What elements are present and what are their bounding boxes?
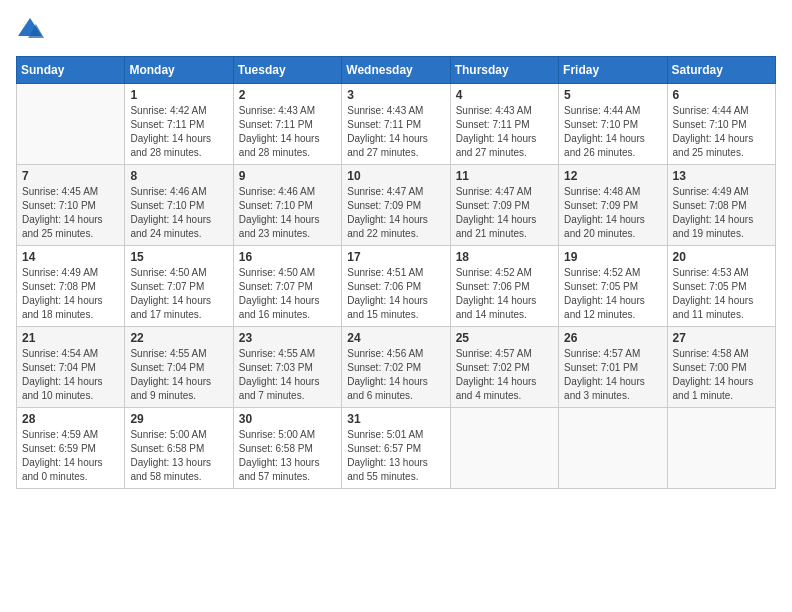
day-info: Sunrise: 4:57 AMSunset: 7:02 PMDaylight:… xyxy=(456,347,553,403)
calendar-cell xyxy=(17,84,125,165)
day-number: 28 xyxy=(22,412,119,426)
day-info: Sunrise: 4:51 AMSunset: 7:06 PMDaylight:… xyxy=(347,266,444,322)
day-info: Sunrise: 4:58 AMSunset: 7:00 PMDaylight:… xyxy=(673,347,770,403)
weekday-header-saturday: Saturday xyxy=(667,57,775,84)
day-info: Sunrise: 4:52 AMSunset: 7:06 PMDaylight:… xyxy=(456,266,553,322)
calendar-cell: 12Sunrise: 4:48 AMSunset: 7:09 PMDayligh… xyxy=(559,165,667,246)
day-info: Sunrise: 4:56 AMSunset: 7:02 PMDaylight:… xyxy=(347,347,444,403)
day-number: 20 xyxy=(673,250,770,264)
day-info: Sunrise: 4:55 AMSunset: 7:04 PMDaylight:… xyxy=(130,347,227,403)
day-number: 12 xyxy=(564,169,661,183)
day-number: 10 xyxy=(347,169,444,183)
day-info: Sunrise: 4:46 AMSunset: 7:10 PMDaylight:… xyxy=(130,185,227,241)
calendar-cell: 5Sunrise: 4:44 AMSunset: 7:10 PMDaylight… xyxy=(559,84,667,165)
day-number: 9 xyxy=(239,169,336,183)
weekday-header-wednesday: Wednesday xyxy=(342,57,450,84)
day-number: 3 xyxy=(347,88,444,102)
day-number: 6 xyxy=(673,88,770,102)
day-info: Sunrise: 4:55 AMSunset: 7:03 PMDaylight:… xyxy=(239,347,336,403)
calendar-cell: 26Sunrise: 4:57 AMSunset: 7:01 PMDayligh… xyxy=(559,327,667,408)
day-info: Sunrise: 4:45 AMSunset: 7:10 PMDaylight:… xyxy=(22,185,119,241)
day-number: 24 xyxy=(347,331,444,345)
calendar-cell: 18Sunrise: 4:52 AMSunset: 7:06 PMDayligh… xyxy=(450,246,558,327)
day-number: 1 xyxy=(130,88,227,102)
day-info: Sunrise: 4:47 AMSunset: 7:09 PMDaylight:… xyxy=(456,185,553,241)
calendar-week-row: 14Sunrise: 4:49 AMSunset: 7:08 PMDayligh… xyxy=(17,246,776,327)
page-header xyxy=(16,16,776,44)
day-number: 29 xyxy=(130,412,227,426)
weekday-header-sunday: Sunday xyxy=(17,57,125,84)
calendar-cell: 21Sunrise: 4:54 AMSunset: 7:04 PMDayligh… xyxy=(17,327,125,408)
calendar-cell: 19Sunrise: 4:52 AMSunset: 7:05 PMDayligh… xyxy=(559,246,667,327)
calendar-cell: 8Sunrise: 4:46 AMSunset: 7:10 PMDaylight… xyxy=(125,165,233,246)
day-number: 30 xyxy=(239,412,336,426)
calendar-cell: 30Sunrise: 5:00 AMSunset: 6:58 PMDayligh… xyxy=(233,408,341,489)
calendar-cell: 6Sunrise: 4:44 AMSunset: 7:10 PMDaylight… xyxy=(667,84,775,165)
day-info: Sunrise: 4:44 AMSunset: 7:10 PMDaylight:… xyxy=(673,104,770,160)
day-number: 11 xyxy=(456,169,553,183)
day-info: Sunrise: 4:48 AMSunset: 7:09 PMDaylight:… xyxy=(564,185,661,241)
day-number: 7 xyxy=(22,169,119,183)
day-number: 25 xyxy=(456,331,553,345)
calendar-cell: 1Sunrise: 4:42 AMSunset: 7:11 PMDaylight… xyxy=(125,84,233,165)
day-info: Sunrise: 4:50 AMSunset: 7:07 PMDaylight:… xyxy=(239,266,336,322)
weekday-header-friday: Friday xyxy=(559,57,667,84)
day-number: 18 xyxy=(456,250,553,264)
day-info: Sunrise: 4:49 AMSunset: 7:08 PMDaylight:… xyxy=(673,185,770,241)
day-info: Sunrise: 4:42 AMSunset: 7:11 PMDaylight:… xyxy=(130,104,227,160)
weekday-header-thursday: Thursday xyxy=(450,57,558,84)
calendar-header-row: SundayMondayTuesdayWednesdayThursdayFrid… xyxy=(17,57,776,84)
day-number: 21 xyxy=(22,331,119,345)
calendar-table: SundayMondayTuesdayWednesdayThursdayFrid… xyxy=(16,56,776,489)
day-number: 26 xyxy=(564,331,661,345)
day-number: 19 xyxy=(564,250,661,264)
calendar-cell: 2Sunrise: 4:43 AMSunset: 7:11 PMDaylight… xyxy=(233,84,341,165)
calendar-week-row: 7Sunrise: 4:45 AMSunset: 7:10 PMDaylight… xyxy=(17,165,776,246)
calendar-cell: 14Sunrise: 4:49 AMSunset: 7:08 PMDayligh… xyxy=(17,246,125,327)
day-info: Sunrise: 4:59 AMSunset: 6:59 PMDaylight:… xyxy=(22,428,119,484)
calendar-cell xyxy=(450,408,558,489)
day-info: Sunrise: 4:57 AMSunset: 7:01 PMDaylight:… xyxy=(564,347,661,403)
calendar-cell xyxy=(667,408,775,489)
day-info: Sunrise: 4:46 AMSunset: 7:10 PMDaylight:… xyxy=(239,185,336,241)
day-number: 17 xyxy=(347,250,444,264)
calendar-cell: 16Sunrise: 4:50 AMSunset: 7:07 PMDayligh… xyxy=(233,246,341,327)
calendar-cell: 23Sunrise: 4:55 AMSunset: 7:03 PMDayligh… xyxy=(233,327,341,408)
day-number: 8 xyxy=(130,169,227,183)
day-info: Sunrise: 4:54 AMSunset: 7:04 PMDaylight:… xyxy=(22,347,119,403)
calendar-week-row: 28Sunrise: 4:59 AMSunset: 6:59 PMDayligh… xyxy=(17,408,776,489)
calendar-cell xyxy=(559,408,667,489)
calendar-cell: 9Sunrise: 4:46 AMSunset: 7:10 PMDaylight… xyxy=(233,165,341,246)
day-info: Sunrise: 4:49 AMSunset: 7:08 PMDaylight:… xyxy=(22,266,119,322)
weekday-header-monday: Monday xyxy=(125,57,233,84)
day-number: 27 xyxy=(673,331,770,345)
calendar-cell: 28Sunrise: 4:59 AMSunset: 6:59 PMDayligh… xyxy=(17,408,125,489)
calendar-cell: 7Sunrise: 4:45 AMSunset: 7:10 PMDaylight… xyxy=(17,165,125,246)
day-info: Sunrise: 4:43 AMSunset: 7:11 PMDaylight:… xyxy=(347,104,444,160)
logo xyxy=(16,16,48,44)
calendar-cell: 20Sunrise: 4:53 AMSunset: 7:05 PMDayligh… xyxy=(667,246,775,327)
calendar-cell: 24Sunrise: 4:56 AMSunset: 7:02 PMDayligh… xyxy=(342,327,450,408)
calendar-cell: 4Sunrise: 4:43 AMSunset: 7:11 PMDaylight… xyxy=(450,84,558,165)
day-info: Sunrise: 4:44 AMSunset: 7:10 PMDaylight:… xyxy=(564,104,661,160)
day-info: Sunrise: 4:52 AMSunset: 7:05 PMDaylight:… xyxy=(564,266,661,322)
day-info: Sunrise: 4:50 AMSunset: 7:07 PMDaylight:… xyxy=(130,266,227,322)
day-number: 4 xyxy=(456,88,553,102)
calendar-cell: 22Sunrise: 4:55 AMSunset: 7:04 PMDayligh… xyxy=(125,327,233,408)
calendar-cell: 25Sunrise: 4:57 AMSunset: 7:02 PMDayligh… xyxy=(450,327,558,408)
day-number: 22 xyxy=(130,331,227,345)
day-info: Sunrise: 4:53 AMSunset: 7:05 PMDaylight:… xyxy=(673,266,770,322)
day-info: Sunrise: 4:47 AMSunset: 7:09 PMDaylight:… xyxy=(347,185,444,241)
day-number: 13 xyxy=(673,169,770,183)
logo-icon xyxy=(16,16,44,44)
day-info: Sunrise: 5:01 AMSunset: 6:57 PMDaylight:… xyxy=(347,428,444,484)
calendar-cell: 27Sunrise: 4:58 AMSunset: 7:00 PMDayligh… xyxy=(667,327,775,408)
day-info: Sunrise: 4:43 AMSunset: 7:11 PMDaylight:… xyxy=(456,104,553,160)
day-number: 31 xyxy=(347,412,444,426)
calendar-week-row: 21Sunrise: 4:54 AMSunset: 7:04 PMDayligh… xyxy=(17,327,776,408)
calendar-cell: 10Sunrise: 4:47 AMSunset: 7:09 PMDayligh… xyxy=(342,165,450,246)
calendar-cell: 13Sunrise: 4:49 AMSunset: 7:08 PMDayligh… xyxy=(667,165,775,246)
calendar-cell: 29Sunrise: 5:00 AMSunset: 6:58 PMDayligh… xyxy=(125,408,233,489)
day-info: Sunrise: 4:43 AMSunset: 7:11 PMDaylight:… xyxy=(239,104,336,160)
day-number: 14 xyxy=(22,250,119,264)
